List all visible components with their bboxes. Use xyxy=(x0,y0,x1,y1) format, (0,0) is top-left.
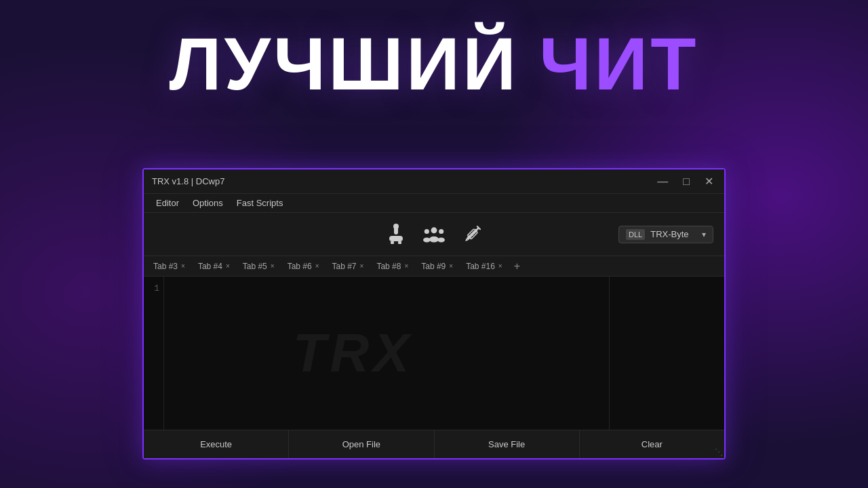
resize-grip[interactable]: ⋱ xyxy=(715,447,723,457)
tab-5-label: Tab #5 xyxy=(243,262,267,271)
tabs-bar: Tab #3 × Tab #4 × Tab #5 × Tab #6 × Tab … xyxy=(144,256,724,277)
close-button[interactable]: ✕ xyxy=(702,175,716,188)
tab-3-label: Tab #3 xyxy=(153,262,178,271)
title-purple: ЧИТ xyxy=(539,20,699,106)
editor-main: 1 TRX xyxy=(144,277,609,430)
bottom-bar: Execute Open File Save File Clear xyxy=(144,430,724,458)
tab-5-close[interactable]: × xyxy=(270,262,275,270)
svg-point-1 xyxy=(393,224,399,229)
add-tab-button[interactable]: + xyxy=(510,261,524,272)
menu-editor[interactable]: Editor xyxy=(151,197,184,209)
dll-icon: DLL xyxy=(626,229,645,240)
tab-7-close[interactable]: × xyxy=(359,262,365,270)
code-editor[interactable] xyxy=(164,277,609,430)
title-bar: TRX v1.8 | DCwp7 — □ ✕ xyxy=(144,169,724,194)
menu-options[interactable]: Options xyxy=(187,197,229,209)
app-window: TRX v1.8 | DCwp7 — □ ✕ Editor Options Fa… xyxy=(142,168,726,460)
svg-rect-2 xyxy=(389,236,403,241)
tab-9-close[interactable]: × xyxy=(448,262,454,270)
joystick-button[interactable] xyxy=(377,218,415,251)
editor-container: 1 TRX xyxy=(144,277,724,430)
tab-9[interactable]: Tab #9 × xyxy=(416,260,459,272)
tab-6-label: Tab #6 xyxy=(288,262,312,271)
menu-fast-scripts[interactable]: Fast Scripts xyxy=(231,197,289,209)
syringe-button[interactable] xyxy=(453,218,491,251)
window-title: TRX v1.8 | DCwp7 xyxy=(152,176,224,186)
tab-7[interactable]: Tab #7 × xyxy=(327,260,370,272)
dll-label: TRX-Byte xyxy=(650,229,696,239)
joystick-icon xyxy=(385,224,407,245)
tab-6-close[interactable]: × xyxy=(315,262,320,270)
tab-16-label: Tab #16 xyxy=(466,262,495,271)
execute-button[interactable]: Execute xyxy=(144,430,289,458)
svg-rect-4 xyxy=(398,241,401,244)
syringe-icon xyxy=(456,219,487,249)
tab-3[interactable]: Tab #3 × xyxy=(148,260,191,272)
tab-9-label: Tab #9 xyxy=(421,262,446,271)
tab-16-close[interactable]: × xyxy=(498,262,503,270)
tab-5[interactable]: Tab #5 × xyxy=(237,260,281,272)
tab-8-label: Tab #8 xyxy=(376,262,401,271)
dll-dropdown[interactable]: DLL TRX-Byte ▾ xyxy=(618,226,713,243)
svg-point-7 xyxy=(425,229,429,234)
maximize-button[interactable]: □ xyxy=(680,175,692,188)
tab-4-close[interactable]: × xyxy=(225,262,231,270)
svg-point-6 xyxy=(429,236,439,242)
window-controls: — □ ✕ xyxy=(654,175,716,188)
right-panel xyxy=(609,277,724,430)
svg-point-9 xyxy=(439,229,443,234)
tab-4-label: Tab #4 xyxy=(198,262,222,271)
open-file-button[interactable]: Open File xyxy=(289,430,434,458)
title-white: ЛУЧШИЙ xyxy=(169,20,519,106)
line-number-1: 1 xyxy=(148,282,159,296)
users-button[interactable] xyxy=(415,218,453,251)
tab-3-close[interactable]: × xyxy=(180,262,186,270)
chevron-down-icon: ▾ xyxy=(702,230,706,239)
minimize-button[interactable]: — xyxy=(654,175,671,188)
tab-4[interactable]: Tab #4 × xyxy=(193,260,236,272)
line-numbers: 1 xyxy=(144,277,164,430)
svg-point-10 xyxy=(437,237,445,242)
title-area: ЛУЧШИЙ ЧИТ xyxy=(0,20,868,106)
save-file-button[interactable]: Save File xyxy=(435,430,580,458)
toolbar: DLL TRX-Byte ▾ xyxy=(144,213,724,256)
title-text: ЛУЧШИЙ ЧИТ xyxy=(169,20,698,106)
toolbar-icons xyxy=(377,218,491,251)
users-icon xyxy=(423,224,445,245)
clear-button[interactable]: Clear xyxy=(580,430,724,458)
tab-16[interactable]: Tab #16 × xyxy=(460,260,509,272)
menu-bar: Editor Options Fast Scripts xyxy=(144,194,724,213)
tab-7-label: Tab #7 xyxy=(332,262,357,271)
tab-8[interactable]: Tab #8 × xyxy=(371,260,414,272)
tab-6[interactable]: Tab #6 × xyxy=(282,260,326,272)
tab-8-close[interactable]: × xyxy=(403,262,409,270)
svg-point-8 xyxy=(423,237,431,242)
svg-line-13 xyxy=(476,228,478,230)
svg-rect-3 xyxy=(391,241,394,244)
svg-point-5 xyxy=(431,227,437,233)
